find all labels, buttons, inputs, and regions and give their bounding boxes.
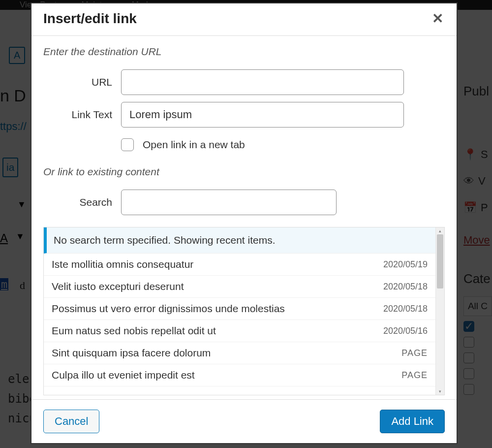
result-title: Velit iusto excepturi deserunt [52, 281, 184, 292]
result-title: Iste mollitia omnis consequatur [52, 258, 193, 270]
new-tab-row[interactable]: Open link in a new tab [121, 138, 445, 151]
result-title: Eum natus sed nobis repellat odit ut [52, 325, 216, 337]
result-date: 2020/05/18 [383, 282, 428, 292]
close-icon[interactable]: ✕ [430, 10, 445, 27]
results-panel: No search term specified. Showing recent… [43, 227, 445, 395]
results-header: No search term specified. Showing recent… [44, 227, 435, 254]
result-date: 2020/05/16 [383, 326, 428, 336]
search-label: Search [43, 196, 121, 208]
dialog-footer: Cancel Add Link [31, 399, 457, 443]
result-date: 2020/05/18 [383, 304, 428, 314]
url-input[interactable] [121, 69, 404, 95]
scrollbar[interactable] [435, 227, 444, 395]
result-item[interactable]: Culpa illo ut eveniet impedit estPAGE [44, 364, 435, 386]
new-tab-label: Open link in a new tab [143, 139, 245, 151]
dialog-header: Insert/edit link ✕ [31, 3, 457, 36]
link-text-input[interactable] [121, 102, 404, 128]
new-tab-checkbox[interactable] [121, 138, 134, 151]
search-input[interactable] [121, 190, 337, 215]
result-type-badge: PAGE [401, 370, 428, 381]
url-label: URL [43, 76, 121, 88]
add-link-button[interactable]: Add Link [380, 410, 445, 433]
scrollbar-thumb[interactable] [437, 234, 443, 288]
result-title: Sint quisquam ipsa facere dolorum [52, 347, 211, 359]
search-row: Search [43, 190, 445, 215]
results-list: No search term specified. Showing recent… [44, 227, 435, 386]
section-destination-url: Enter the destination URL [43, 46, 445, 58]
dialog-title: Insert/edit link [43, 11, 137, 27]
result-item[interactable]: Sint quisquam ipsa facere dolorumPAGE [44, 342, 435, 364]
dialog-body: Enter the destination URL URL Link Text … [31, 36, 457, 399]
link-text-label: Link Text [43, 109, 121, 121]
result-date: 2020/05/19 [383, 259, 428, 270]
section-existing-content: Or link to existing content [43, 166, 445, 178]
result-item[interactable]: Eum natus sed nobis repellat odit ut2020… [44, 320, 435, 342]
insert-link-dialog: Insert/edit link ✕ Enter the destination… [31, 2, 458, 444]
result-item[interactable]: Iste mollitia omnis consequatur2020/05/1… [44, 254, 435, 276]
result-type-badge: PAGE [401, 348, 428, 358]
cancel-button[interactable]: Cancel [43, 410, 99, 433]
result-item[interactable]: Velit iusto excepturi deserunt2020/05/18 [44, 276, 435, 298]
result-item[interactable]: Possimus ut vero error dignissimos unde … [44, 298, 435, 320]
result-title: Culpa illo ut eveniet impedit est [52, 369, 195, 381]
link-text-row: Link Text [43, 102, 445, 128]
result-title: Possimus ut vero error dignissimos unde … [52, 303, 285, 315]
url-row: URL [43, 69, 445, 95]
